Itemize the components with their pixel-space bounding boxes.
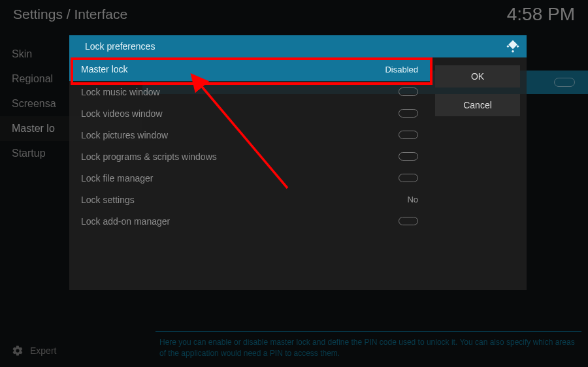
toggle-icon <box>554 78 575 87</box>
setting-row-label: Lock settings <box>81 195 135 205</box>
setting-row-lock-pictures-window[interactable]: Lock pictures window <box>69 124 430 146</box>
ok-button[interactable]: OK <box>435 65 520 88</box>
setting-row-lock-videos-window[interactable]: Lock videos window <box>69 103 430 124</box>
dialog-body: Master lockDisabledLock music windowLock… <box>69 57 527 232</box>
settings-level[interactable]: Expert <box>12 345 56 357</box>
setting-row-lock-file-manager[interactable]: Lock file manager <box>69 167 430 189</box>
kodi-logo-icon <box>506 39 520 54</box>
dialog-buttons: OK Cancel <box>430 57 527 232</box>
settings-level-label: Expert <box>30 345 56 356</box>
cancel-button[interactable]: Cancel <box>435 94 520 116</box>
setting-row-master-lock[interactable]: Master lockDisabled <box>69 57 430 81</box>
header: Settings / Interface 4:58 PM <box>0 0 588 31</box>
setting-row-lock-programs-scripts-windows[interactable]: Lock programs & scripts windows <box>69 146 430 167</box>
toggle-icon[interactable] <box>399 88 418 96</box>
dialog-title: Lock preferences <box>85 41 155 52</box>
setting-row-value: No <box>407 195 418 204</box>
clock: 4:58 PM <box>507 4 575 25</box>
dialog-settings-list: Master lockDisabledLock music windowLock… <box>69 57 430 232</box>
setting-row-label: Lock music window <box>81 87 160 97</box>
setting-row-label: Master lock <box>81 64 128 74</box>
help-text: Here you can enable or disable master lo… <box>155 331 581 359</box>
setting-row-value: Disabled <box>385 65 418 74</box>
toggle-icon[interactable] <box>399 131 418 139</box>
lock-preferences-dialog: Lock preferences Master lockDisabledLock… <box>69 35 527 290</box>
setting-row-lock-settings[interactable]: Lock settingsNo <box>69 189 430 210</box>
dialog-title-bar: Lock preferences <box>69 35 527 57</box>
breadcrumb: Settings / Interface <box>13 7 127 22</box>
toggle-icon[interactable] <box>399 217 418 225</box>
setting-row-lock-music-window[interactable]: Lock music window <box>69 81 430 103</box>
toggle-icon[interactable] <box>399 109 418 118</box>
setting-row-label: Lock add-on manager <box>81 216 170 227</box>
toggle-icon[interactable] <box>399 152 418 161</box>
setting-row-label: Lock programs & scripts windows <box>81 152 217 162</box>
setting-row-lock-add-on-manager[interactable]: Lock add-on manager <box>69 210 430 232</box>
gear-icon <box>12 345 24 357</box>
toggle-icon[interactable] <box>399 174 418 182</box>
setting-row-label: Lock videos window <box>81 108 163 119</box>
setting-row-label: Lock pictures window <box>81 130 168 140</box>
setting-row-label: Lock file manager <box>81 173 154 184</box>
